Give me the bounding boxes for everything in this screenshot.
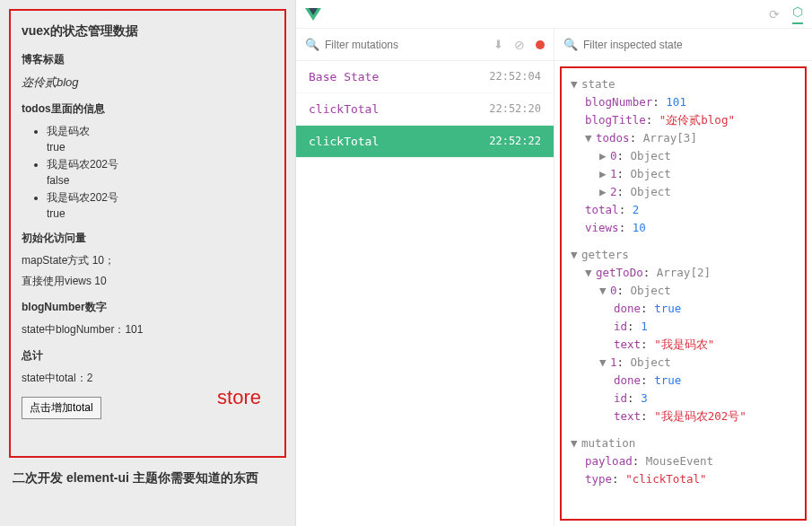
search-icon: 🔍 <box>305 38 319 51</box>
mutation-row[interactable]: clickTotal 22:52:22 <box>296 126 554 158</box>
caret-down-icon[interactable]: ▼ <box>585 129 596 147</box>
caret-down-icon[interactable]: ▼ <box>571 246 581 264</box>
section-blognumber: blogNumber数字 <box>22 300 274 315</box>
clear-icon[interactable]: ⊘ <box>514 38 525 52</box>
store-demo-box: vuex的状态管理数据 博客标题 迩伶贰blog todos里面的信息 我是码农… <box>9 9 286 458</box>
caret-down-icon[interactable]: ▼ <box>571 75 581 93</box>
mutation-row[interactable]: Base State 22:52:04 <box>296 61 554 93</box>
page-title: vuex的状态管理数据 <box>22 23 274 39</box>
caret-down-icon[interactable]: ▼ <box>571 434 581 452</box>
search-icon: 🔍 <box>563 38 578 51</box>
filter-mutations-input[interactable] <box>325 39 488 51</box>
blog-name: 迩伶贰blog <box>22 75 274 91</box>
footer-article-title: 二次开发 element-ui 主题你需要知道的东西 <box>13 470 286 487</box>
blognumber-value: state中blogNumber：101 <box>22 322 274 338</box>
caret-right-icon[interactable]: ▶ <box>599 165 610 183</box>
vuex-tab-icon[interactable]: ⬡ <box>792 4 803 24</box>
section-todos: todos里面的信息 <box>22 101 274 117</box>
refresh-icon[interactable]: ⟳ <box>769 7 780 22</box>
section-views: 初始化访问量 <box>22 231 274 246</box>
vue-devtools: ⟳ ⬡ 🔍 ⬇ ⊘ Base State 22:5 <box>296 0 812 526</box>
section-blog-title: 博客标题 <box>22 52 274 67</box>
mutations-column: 🔍 ⬇ ⊘ Base State 22:52:04 clickTotal <box>296 29 554 526</box>
filter-state-input[interactable] <box>583 39 803 51</box>
views-line2: 直接使用views 10 <box>22 274 274 289</box>
caret-down-icon[interactable]: ▼ <box>599 354 610 372</box>
views-line1: mapState方式 10； <box>22 253 274 268</box>
vue-logo-icon <box>305 8 321 21</box>
list-item: 我是码农true <box>47 124 274 153</box>
todos-list: 我是码农true 我是码农202号false 我是码农202号true <box>22 124 274 220</box>
caret-right-icon[interactable]: ▶ <box>599 147 610 165</box>
total-value: state中total：2 <box>22 371 274 386</box>
caret-down-icon[interactable]: ▼ <box>585 264 596 282</box>
caret-right-icon[interactable]: ▶ <box>599 183 610 201</box>
app-page-panel: vuex的状态管理数据 博客标题 迩伶贰blog todos里面的信息 我是码农… <box>0 0 296 526</box>
download-icon[interactable]: ⬇ <box>493 38 503 51</box>
list-item: 我是码农202号false <box>47 157 274 187</box>
mutation-row[interactable]: clickTotal 22:52:20 <box>296 93 554 126</box>
store-annotation: store <box>217 386 261 409</box>
caret-down-icon[interactable]: ▼ <box>599 282 610 300</box>
section-total: 总计 <box>22 348 274 364</box>
list-item: 我是码农202号true <box>47 190 274 220</box>
state-column: 🔍 ▼state blogNumber: 101 blogTitle: "迩伶贰… <box>554 29 812 526</box>
add-total-button[interactable]: 点击增加total <box>22 397 101 419</box>
footer-article-meta <box>13 492 286 503</box>
record-icon[interactable] <box>536 40 545 49</box>
state-tree: ▼state blogNumber: 101 blogTitle: "迩伶贰bl… <box>560 66 807 521</box>
